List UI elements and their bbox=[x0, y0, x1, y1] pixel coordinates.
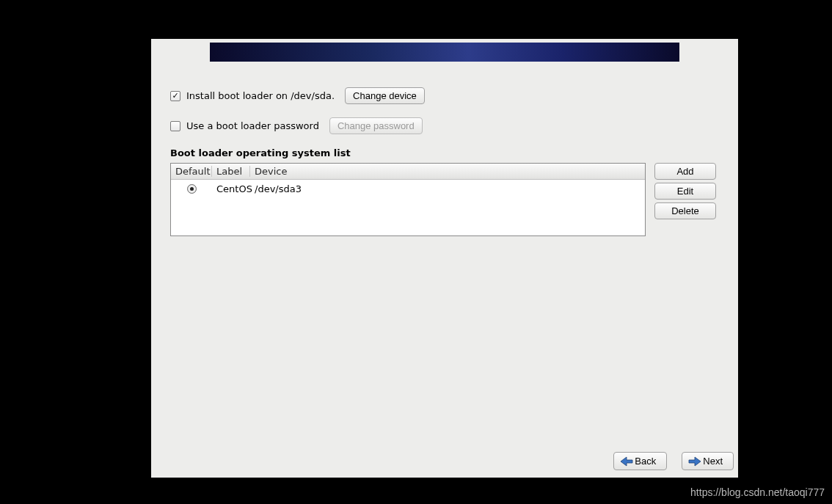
use-password-checkbox[interactable] bbox=[170, 121, 180, 131]
installer-window: ✓ Install boot loader on /dev/sda. Chang… bbox=[151, 39, 738, 478]
os-side-buttons: Add Edit Delete bbox=[654, 163, 716, 219]
os-list-wrap: Default Label Device CentOS /dev/sda3 Ad… bbox=[170, 163, 719, 236]
install-boot-loader-row: ✓ Install boot loader on /dev/sda. Chang… bbox=[170, 87, 719, 104]
nav-footer: Back Next bbox=[613, 452, 734, 470]
os-list-title: Boot loader operating system list bbox=[170, 147, 719, 158]
th-label[interactable]: Label bbox=[212, 166, 250, 177]
svg-marker-0 bbox=[621, 457, 632, 466]
radio-dot-icon bbox=[190, 187, 194, 191]
default-os-radio[interactable] bbox=[187, 184, 197, 194]
change-password-button: Change password bbox=[329, 117, 423, 134]
header-banner bbox=[210, 43, 679, 62]
install-boot-loader-label: Install boot loader on /dev/sda. bbox=[186, 90, 335, 101]
arrow-left-icon bbox=[620, 456, 633, 467]
back-button[interactable]: Back bbox=[613, 452, 667, 470]
table-row[interactable]: CentOS /dev/sda3 bbox=[171, 180, 645, 197]
content-area: ✓ Install boot loader on /dev/sda. Chang… bbox=[151, 80, 738, 236]
checkmark-icon: ✓ bbox=[172, 92, 178, 100]
os-table-header: Default Label Device bbox=[171, 164, 645, 180]
next-label: Next bbox=[703, 456, 723, 467]
delete-button[interactable]: Delete bbox=[654, 202, 716, 219]
row-device: /dev/sda3 bbox=[250, 183, 645, 194]
th-default[interactable]: Default bbox=[171, 166, 212, 177]
row-label: CentOS bbox=[212, 183, 250, 194]
next-button[interactable]: Next bbox=[682, 452, 734, 470]
install-boot-loader-checkbox[interactable]: ✓ bbox=[170, 91, 180, 101]
th-device[interactable]: Device bbox=[250, 166, 645, 177]
os-table: Default Label Device CentOS /dev/sda3 bbox=[170, 163, 646, 236]
add-button[interactable]: Add bbox=[654, 163, 716, 180]
use-password-label: Use a boot loader password bbox=[186, 120, 319, 131]
watermark-text: https://blog.csdn.net/taoqi777 bbox=[690, 486, 825, 498]
back-label: Back bbox=[635, 456, 656, 467]
svg-marker-1 bbox=[689, 457, 701, 466]
use-password-row: Use a boot loader password Change passwo… bbox=[170, 117, 719, 134]
change-device-button[interactable]: Change device bbox=[345, 87, 425, 104]
arrow-right-icon bbox=[688, 456, 701, 467]
edit-button[interactable]: Edit bbox=[654, 183, 716, 200]
